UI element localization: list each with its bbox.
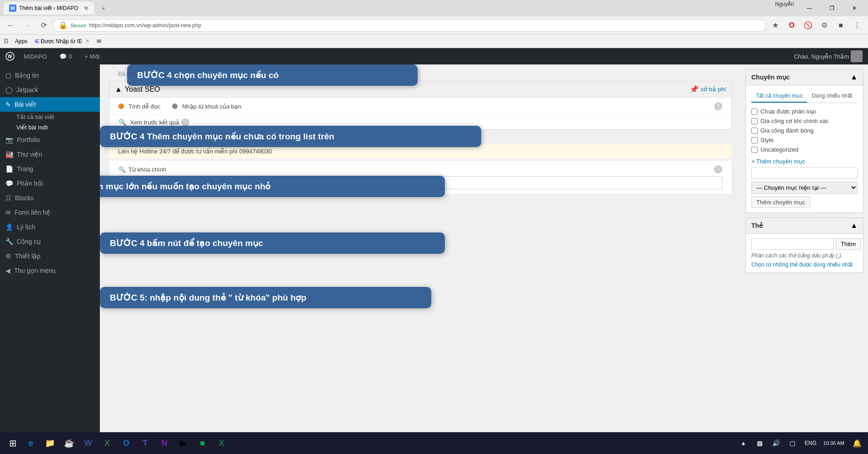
notification-icon: 🔔 [853, 439, 862, 448]
star-button[interactable]: ★ [768, 18, 783, 33]
maximize-button[interactable]: ❐ [822, 1, 842, 15]
cat-label-polish: Gia công đánh bóng [760, 127, 814, 134]
tab-most-used[interactable]: Dùng nhiều nhất [807, 90, 857, 103]
bookmark-apps[interactable]: Apps [12, 37, 30, 45]
sidebar-item-media[interactable]: 🏭 Thư viện [0, 147, 100, 162]
sidebar-item-pages[interactable]: 📄 Trang [0, 162, 100, 176]
sidebar-sub-all-posts[interactable]: Tất cả bài viết [0, 112, 100, 122]
tray-volume[interactable]: 🔊 [769, 436, 784, 450]
taskbar-word[interactable]: W [79, 434, 97, 452]
cat-label-style: Style [760, 137, 774, 143]
main-content-area: Đã được lưu lúc 10:33:58. ▲ Yoast SEO 📌 … [100, 64, 741, 432]
keyword-help-icon[interactable]: ? [714, 165, 722, 173]
close-button[interactable]: ✕ [844, 1, 864, 15]
question-icon[interactable]: ? [714, 102, 722, 110]
opera-icon[interactable]: O [784, 18, 799, 33]
extension-button[interactable]: ■ [833, 18, 848, 33]
cat-label-cnc: Gia công cơ khí chính xác [760, 118, 829, 124]
sidebar-item-portfolio[interactable]: 📷 Portfolio [0, 133, 100, 147]
language-indicator[interactable]: ENG [804, 436, 818, 450]
tag-input-area: Thêm [751, 238, 858, 250]
menu-button[interactable]: ⋮ [850, 18, 864, 33]
tab-close-icon[interactable]: ✕ [84, 5, 89, 12]
taskbar-store[interactable]: ☕ [60, 434, 78, 452]
cat-checkbox-uncategorized[interactable] [751, 147, 758, 153]
sidebar-item-jetpack[interactable]: ◯ Jetpack [0, 83, 100, 97]
right-sidebar: Chuyên mục ▲ Tất cả chuyên mục Dùng nhiề… [741, 64, 868, 432]
keyword-label: Nhập từ khoá của bạn [182, 103, 241, 110]
sidebar-label-collapse: Thu gọn menu [14, 267, 56, 274]
adblock-button[interactable]: 🚫 [801, 18, 815, 33]
cat-checkbox-style[interactable] [751, 137, 758, 143]
taskbar-explorer[interactable]: 📁 [41, 434, 59, 452]
taskbar-teams[interactable]: T [136, 434, 154, 452]
volume-icon: 🔊 [772, 439, 780, 447]
taskbar-outlook[interactable]: O [117, 434, 135, 452]
cat-checkbox-polish[interactable] [751, 128, 758, 134]
admin-bar-comments[interactable]: 💬 0 [56, 48, 75, 64]
sidebar-item-collapse[interactable]: ◀ Thu gọn menu [0, 263, 100, 278]
sidebar-item-settings[interactable]: ⚙ Thiết lập [0, 249, 100, 263]
cat-checkbox-unclassified[interactable] [751, 109, 758, 115]
sidebar-sub-new-post[interactable]: Viết bài mới [0, 122, 100, 133]
minimize-button[interactable]: — [799, 1, 820, 15]
magnifier-icon: 🔍 [118, 118, 126, 126]
new-category-input[interactable] [751, 168, 858, 179]
sidebar-label-tools: Công cụ [17, 238, 41, 245]
category-metabox-header[interactable]: Chuyên mục ▲ [746, 69, 863, 85]
tag-input[interactable] [751, 238, 834, 250]
parent-category-select[interactable]: — Chuyên mục hiện tại — [751, 182, 858, 194]
paid-link[interactable]: sở trả phí [700, 86, 726, 93]
post-icon: ✎ [5, 101, 11, 108]
bookmark-import[interactable]: IE Được Nhập từ IE ✕ [32, 37, 92, 45]
sidebar-item-posts[interactable]: ✎ Bài viết [0, 97, 100, 112]
taskbar-xlapp[interactable]: X [212, 434, 231, 452]
add-tag-button[interactable]: Thêm [836, 238, 861, 250]
new-label: + Mới [85, 53, 100, 60]
comments-icon: 💬 [5, 180, 13, 187]
cat-checkbox-cnc[interactable] [751, 118, 758, 124]
address-bar[interactable]: 🔒 Secure https://midapo.com.vn/wp-admin/… [53, 19, 766, 32]
notification-button[interactable]: 🔔 [850, 436, 864, 450]
taskbar-edge[interactable]: e [22, 434, 40, 452]
reload-button[interactable]: ⟳ [36, 18, 51, 33]
admin-bar-site[interactable]: MIDAPO [20, 48, 50, 64]
settings-button[interactable]: ⚙ [817, 18, 832, 33]
taskbar-excel[interactable]: X [98, 434, 116, 452]
tray-display[interactable]: ▢ [785, 436, 800, 450]
forward-button[interactable]: → [20, 18, 35, 33]
tab-all-categories[interactable]: Tất cả chuyên mục [751, 90, 807, 103]
sidebar-label-dashboard: Bảng tin [15, 72, 39, 79]
new-tab-button[interactable]: + [98, 3, 109, 14]
taskbar-greenapp[interactable]: ■ [193, 434, 212, 452]
view-results-text[interactable]: Xem trước kết quả [130, 119, 179, 126]
import-close[interactable]: ✕ [85, 38, 89, 44]
howdy-text: Chào, Nguyễn Thắm [794, 53, 849, 60]
back-button[interactable]: ← [4, 18, 18, 33]
sidebar-item-profile[interactable]: 👤 Lý lịch [0, 220, 100, 234]
settings-icon: ⚙ [5, 252, 11, 260]
cat-item-uncategorized: Uncategorized [751, 145, 858, 154]
popular-tags-link[interactable]: Chọn từ những thẻ được dùng nhiều nhất [751, 262, 858, 268]
add-category-link[interactable]: + Thêm chuyên mục [751, 158, 858, 165]
form-icon: ✉ [5, 209, 11, 216]
category-list: Chưa được phân loại Gia công cơ khí chín… [751, 107, 858, 154]
sidebar-item-blocks[interactable]: ☷ Blocks [0, 191, 100, 205]
sidebar-item-contact[interactable]: ✉ Form liên hệ [0, 205, 100, 220]
sidebar-label-comments: Phản hồi [17, 180, 43, 187]
add-category-button[interactable]: Thêm chuyên mục [751, 197, 810, 208]
wp-logo-icon: W [5, 52, 15, 61]
sidebar-item-tools[interactable]: 🔧 Công cụ [0, 234, 100, 249]
site-name: MIDAPO [24, 53, 47, 60]
taskbar-chrome[interactable]: ▶ [174, 434, 192, 452]
sidebar-item-dashboard[interactable]: ▢ Bảng tin [0, 68, 100, 83]
tags-metabox-header[interactable]: Thẻ ▲ [746, 218, 863, 234]
tray-expand[interactable]: ▲ [736, 436, 751, 450]
admin-bar-new[interactable]: + Mới [81, 48, 104, 64]
sidebar-item-comments[interactable]: 💬 Phản hồi [0, 176, 100, 191]
tray-network[interactable]: ▩ [753, 436, 767, 450]
clock-display[interactable]: 10:36 AM [822, 440, 846, 446]
start-button[interactable]: ⊞ [4, 434, 22, 452]
taskbar-onenote[interactable]: N [155, 434, 173, 452]
bookmark-mail[interactable]: ✉ [94, 37, 104, 45]
